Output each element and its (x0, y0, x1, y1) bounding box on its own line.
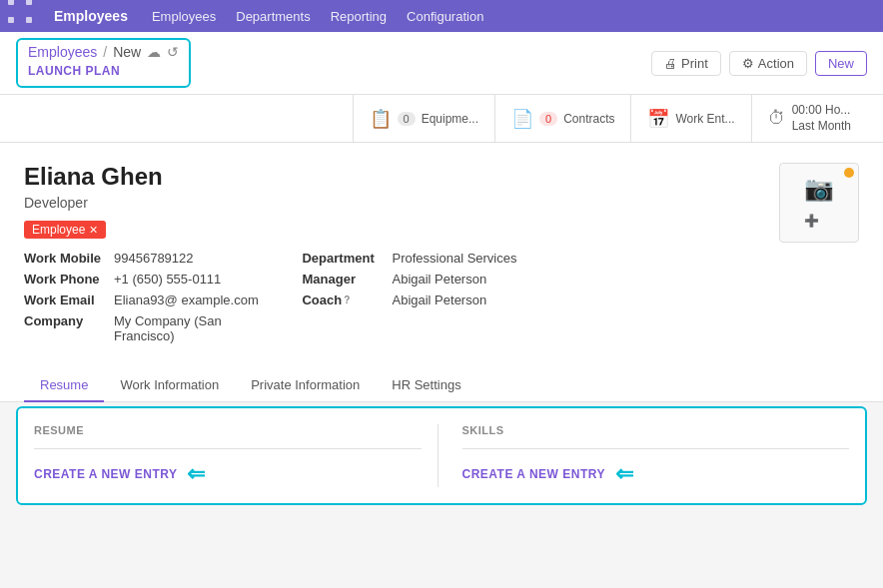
nav-reporting[interactable]: Reporting (323, 5, 395, 28)
employee-tag: Employee ✕ (24, 221, 106, 239)
camera-icon: 📷➕ (804, 175, 834, 231)
company-value: My Company (San Francisco) (114, 313, 262, 343)
breadcrumb-outline: Employees / New ☁ ↺ LAUNCH PLAN (16, 38, 191, 88)
work-email-value: Eliana93@ example.com (114, 293, 259, 307)
status-tab-equipment[interactable]: 📋 0 Equipme... (353, 95, 495, 142)
breadcrumb-bar: Employees / New ☁ ↺ LAUNCH PLAN 🖨 Print … (0, 32, 883, 95)
resume-arrow-icon: ⇐ (187, 461, 206, 487)
manager-row: Manager Abigail Peterson (302, 272, 539, 287)
launch-plan-label: LAUNCH PLAN (28, 64, 179, 78)
info-left: Work Mobile 99456789122 Work Phone +1 (6… (24, 251, 262, 349)
tab-private-information[interactable]: Private Information (235, 369, 376, 402)
department-label: Department (302, 251, 392, 266)
nav-employees[interactable]: Employees (144, 5, 224, 28)
status-bar: 📋 0 Equipme... 📄 0 Contracts 📅 Work Ent.… (0, 95, 883, 143)
equipment-icon: 📋 (370, 108, 392, 130)
contracts-icon: 📄 (511, 108, 533, 130)
work-entries-label: Work Ent... (675, 112, 734, 126)
discard-icon[interactable]: ↺ (167, 44, 179, 60)
coach-label: Coach ? (302, 293, 392, 307)
top-navigation: Employees Employees Departments Reportin… (0, 0, 883, 32)
coach-help-icon: ? (344, 294, 350, 305)
employee-header: Eliana Ghen Developer Employee ✕ Work Mo… (24, 163, 859, 359)
employee-fields: Work Mobile 99456789122 Work Phone +1 (6… (24, 251, 540, 349)
work-mobile-label: Work Mobile (24, 251, 114, 266)
contracts-label: Contracts (563, 112, 614, 126)
breadcrumb-current: New (113, 44, 141, 60)
breadcrumb-actions: 🖨 Print ⚙ Action New (651, 51, 867, 76)
resume-divider (34, 448, 422, 449)
skills-create-entry[interactable]: CREATE A NEW ENTRY ⇐ (462, 461, 850, 487)
breadcrumb-separator: / (103, 44, 107, 60)
work-entries-icon: 📅 (647, 108, 669, 130)
coach-value: Abigail Peterson (392, 293, 486, 307)
company-label: Company (24, 313, 114, 328)
print-button[interactable]: 🖨 Print (651, 51, 721, 76)
gear-icon: ⚙ (742, 56, 754, 71)
equipment-label: Equipme... (422, 112, 478, 126)
resume-section: RESUME CREATE A NEW ENTRY ⇐ (34, 424, 439, 487)
hours-label: 00:00 Ho...Last Month (792, 103, 851, 134)
bottom-section: RESUME CREATE A NEW ENTRY ⇐ SKILLS CREAT… (16, 406, 867, 505)
employee-job-title: Developer (24, 195, 540, 211)
breadcrumb-root[interactable]: Employees (28, 44, 97, 60)
employee-info: Eliana Ghen Developer Employee ✕ Work Mo… (24, 163, 540, 359)
skills-section: SKILLS CREATE A NEW ENTRY ⇐ (439, 424, 850, 487)
work-mobile-row: Work Mobile 99456789122 (24, 251, 262, 266)
brand-label: Employees (54, 8, 128, 24)
manager-label: Manager (302, 272, 392, 287)
skills-arrow-icon: ⇐ (615, 461, 634, 487)
nav-departments[interactable]: Departments (228, 5, 318, 28)
status-tab-work-entries[interactable]: 📅 Work Ent... (630, 95, 750, 142)
app-grid-icon[interactable] (8, 0, 42, 33)
status-tab-contracts[interactable]: 📄 0 Contracts (494, 95, 630, 142)
resume-heading: RESUME (34, 424, 422, 436)
tag-remove-button[interactable]: ✕ (89, 224, 98, 237)
new-button[interactable]: New (815, 51, 867, 76)
skills-heading: SKILLS (462, 424, 850, 436)
save-icon[interactable]: ☁ (147, 44, 161, 60)
employee-name: Eliana Ghen (24, 163, 540, 191)
work-phone-value: +1 (650) 555-0111 (114, 272, 221, 287)
work-email-label: Work Email (24, 293, 114, 307)
equipment-count: 0 (398, 112, 416, 126)
info-right: Department Professional Services Manager… (302, 251, 539, 349)
work-phone-row: Work Phone +1 (650) 555-0111 (24, 272, 262, 287)
status-tabs: 📋 0 Equipme... 📄 0 Contracts 📅 Work Ent.… (353, 95, 868, 142)
department-value: Professional Services (392, 251, 516, 266)
company-row: Company My Company (San Francisco) (24, 313, 262, 343)
tab-hr-settings[interactable]: HR Settings (376, 369, 476, 402)
tab-bar: Resume Work Information Private Informat… (0, 369, 883, 402)
action-button[interactable]: ⚙ Action (729, 51, 807, 76)
print-icon: 🖨 (664, 56, 677, 71)
coach-row: Coach ? Abigail Peterson (302, 293, 539, 307)
hours-icon: ⏱ (768, 108, 786, 129)
resume-create-entry[interactable]: CREATE A NEW ENTRY ⇐ (34, 461, 422, 487)
work-phone-label: Work Phone (24, 272, 114, 287)
contracts-count: 0 (539, 112, 557, 126)
work-email-row: Work Email Eliana93@ example.com (24, 293, 262, 307)
work-mobile-value: 99456789122 (114, 251, 194, 266)
tab-work-information[interactable]: Work Information (104, 369, 235, 402)
manager-value: Abigail Peterson (392, 272, 486, 287)
avatar[interactable]: 📷➕ (779, 163, 859, 243)
skills-divider (462, 448, 850, 449)
tag-label: Employee (32, 223, 85, 237)
tab-resume[interactable]: Resume (24, 369, 104, 402)
status-tab-hours[interactable]: ⏱ 00:00 Ho...Last Month (751, 95, 867, 142)
department-row: Department Professional Services (302, 251, 539, 266)
avatar-status-dot (844, 168, 854, 178)
nav-configuration[interactable]: Configuration (399, 5, 491, 28)
main-content: Eliana Ghen Developer Employee ✕ Work Mo… (0, 143, 883, 369)
